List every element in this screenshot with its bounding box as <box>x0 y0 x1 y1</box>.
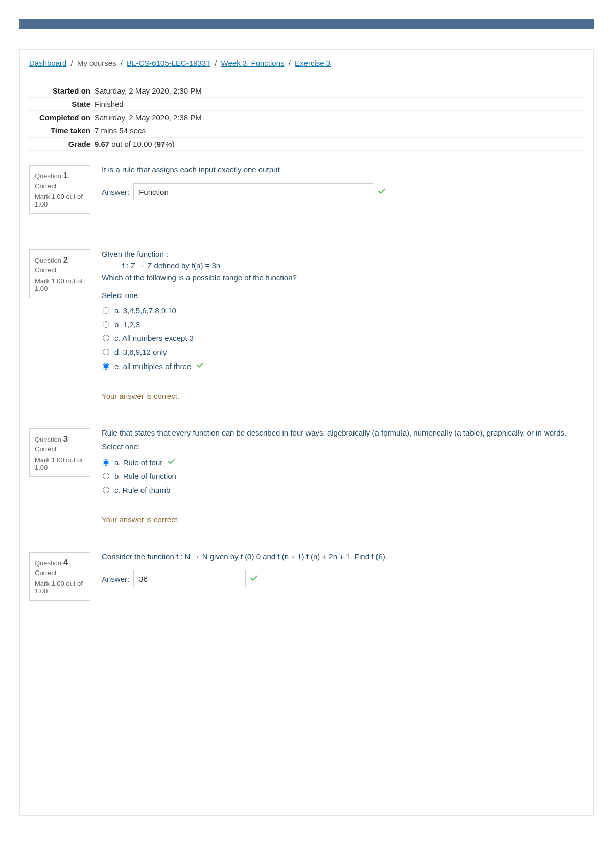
question-content: It is a rule that assigns each input exa… <box>90 165 584 200</box>
breadcrumb-sep: / <box>121 59 123 67</box>
question-mark: Mark 1.00 out of 1.00 <box>35 580 86 595</box>
radio-e[interactable] <box>103 363 109 370</box>
top-bar <box>19 19 594 29</box>
question-text: It is a rule that assigns each input exa… <box>102 165 584 174</box>
radio-c[interactable] <box>103 335 109 341</box>
option-label: c. All numbers except 3 <box>114 334 194 342</box>
question-info-box: Question 1 Correct Mark 1.00 out of 1.00 <box>29 165 90 214</box>
question-content: GIven the function : f : Z → Z defined b… <box>90 249 584 400</box>
q2-line2: f : Z → Z defined by f(n) = 3n <box>102 261 584 270</box>
options-list: a. 3,4,5,6,7,8,9,10 b. 1,2,3 c. All numb… <box>102 304 584 373</box>
option-a[interactable]: a. 3,4,5,6,7,8,9,10 <box>102 304 584 317</box>
answer-row: Answer: <box>102 570 584 587</box>
question-info-box: Question 3 Correct Mark 1.00 out of 1.00 <box>29 428 90 477</box>
feedback-text: Your answer is correct. <box>102 515 584 524</box>
page-container: Dashboard / My courses / BL-CS-6105-LEC-… <box>19 49 594 816</box>
grade-mid: out of 10.00 ( <box>109 140 157 148</box>
started-on-value: Saturday, 2 May 2020, 2:30 PM <box>95 84 584 98</box>
question-label: Question 2 <box>35 255 86 265</box>
breadcrumb-course[interactable]: BL-CS-6105-LEC-1933T <box>127 59 210 67</box>
question-4: Question 4 Correct Mark 1.00 out of 1.00… <box>29 552 584 601</box>
check-icon <box>378 187 386 197</box>
state-label: State <box>29 98 95 111</box>
option-label: e. all multiples of three <box>114 362 191 371</box>
grade-label: Grade <box>29 138 95 151</box>
question-info-box: Question 2 Correct Mark 1.00 out of 1.00 <box>29 249 90 298</box>
grade-end: %) <box>165 140 174 148</box>
select-one-label: Select one: <box>102 291 584 300</box>
check-icon <box>168 458 175 467</box>
option-b[interactable]: b. Rule of function <box>102 469 584 483</box>
completed-on-label: Completed on <box>29 111 95 124</box>
radio-d[interactable] <box>103 349 109 355</box>
question-mark: Mark 1.00 out of 1.00 <box>35 277 86 292</box>
answer-label: Answer: <box>102 575 129 583</box>
breadcrumb-mycourses: My courses <box>77 59 116 67</box>
q2-line1: GIven the function : <box>102 249 584 258</box>
question-3: Question 3 Correct Mark 1.00 out of 1.00… <box>29 428 584 524</box>
check-icon <box>250 574 258 584</box>
q2-line3: Which of the following is a possible ran… <box>102 273 584 282</box>
question-info-box: Question 4 Correct Mark 1.00 out of 1.00 <box>29 552 90 601</box>
question-mark: Mark 1.00 out of 1.00 <box>35 456 86 471</box>
question-text: Rule that states that every function can… <box>102 428 584 437</box>
breadcrumb-exercise[interactable]: Exercise 3 <box>295 59 331 67</box>
radio-a[interactable] <box>103 307 109 314</box>
option-c[interactable]: c. Rule of thumb <box>102 483 584 497</box>
question-label: Question 3 <box>35 434 86 444</box>
question-content: Consider the function f : N → N given by… <box>90 552 584 587</box>
feedback-text: Your answer is correct. <box>102 392 584 400</box>
select-one-label: Select one: <box>102 442 584 451</box>
breadcrumb-sep: / <box>71 59 73 67</box>
question-mark: Mark 1.00 out of 1.00 <box>35 193 86 208</box>
question-2: Question 2 Correct Mark 1.00 out of 1.00… <box>29 249 584 400</box>
question-label: Question 1 <box>35 171 86 181</box>
radio-b[interactable] <box>103 321 109 328</box>
grade-value: 9.67 out of 10.00 (97%) <box>95 138 584 151</box>
question-status: Correct <box>35 266 86 274</box>
option-b[interactable]: b. 1,2,3 <box>102 317 584 331</box>
answer-input[interactable] <box>133 570 246 587</box>
option-label: a. Rule of four <box>114 458 162 467</box>
question-status: Correct <box>35 182 86 190</box>
radio-c[interactable] <box>103 487 109 493</box>
question-text: Consider the function f : N → N given by… <box>102 552 584 561</box>
radio-b[interactable] <box>103 473 109 479</box>
answer-label: Answer: <box>102 188 129 196</box>
state-value: Finished <box>95 98 584 111</box>
question-status: Correct <box>35 569 86 577</box>
option-label: a. 3,4,5,6,7,8,9,10 <box>114 306 176 315</box>
option-c[interactable]: c. All numbers except 3 <box>102 331 584 345</box>
started-on-label: Started on <box>29 84 95 98</box>
option-d[interactable]: d. 3,6,9,12 only <box>102 345 584 359</box>
option-label: c. Rule of thumb <box>114 486 170 494</box>
option-e[interactable]: e. all multiples of three <box>102 359 584 373</box>
breadcrumb: Dashboard / My courses / BL-CS-6105-LEC-… <box>29 59 584 73</box>
time-taken-value: 7 mins 54 secs <box>95 124 584 138</box>
question-text: GIven the function : f : Z → Z defined b… <box>102 249 584 282</box>
breadcrumb-sep: / <box>289 59 291 67</box>
breadcrumb-week[interactable]: Week 3: Functions <box>221 59 285 67</box>
question-label: Question 4 <box>35 558 86 568</box>
options-list: a. Rule of four b. Rule of function c. R… <box>102 455 584 497</box>
option-label: b. 1,2,3 <box>114 320 140 329</box>
summary-table: Started on Saturday, 2 May 2020, 2:30 PM… <box>29 84 584 151</box>
breadcrumb-dashboard[interactable]: Dashboard <box>29 59 66 67</box>
grade-score: 9.67 <box>95 140 109 148</box>
answer-input[interactable] <box>133 183 373 200</box>
radio-a[interactable] <box>103 459 109 466</box>
grade-pct: 97 <box>157 140 166 148</box>
breadcrumb-sep: / <box>215 59 217 67</box>
question-content: Rule that states that every function can… <box>90 428 584 524</box>
time-taken-label: Time taken <box>29 124 95 138</box>
check-icon <box>196 361 204 371</box>
completed-on-value: Saturday, 2 May 2020, 2:38 PM <box>95 111 584 124</box>
option-label: b. Rule of function <box>114 472 176 481</box>
answer-row: Answer: <box>102 183 584 200</box>
question-1: Question 1 Correct Mark 1.00 out of 1.00… <box>29 165 584 214</box>
question-status: Correct <box>35 445 86 453</box>
option-a[interactable]: a. Rule of four <box>102 455 584 469</box>
option-label: d. 3,6,9,12 only <box>114 348 167 356</box>
